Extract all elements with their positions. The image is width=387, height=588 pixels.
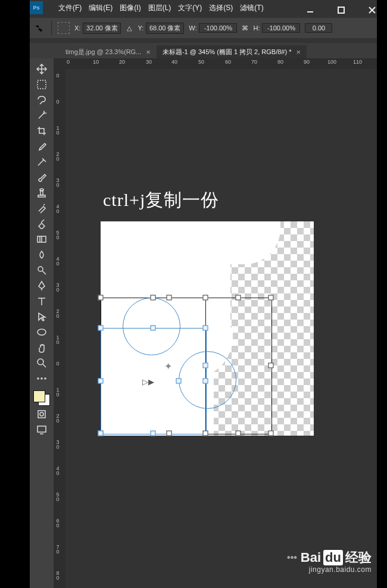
heal-tool[interactable]: [33, 155, 51, 169]
screenmode-tool[interactable]: [33, 423, 51, 437]
zoom-tool[interactable]: [33, 356, 51, 370]
maximize-button[interactable]: [335, 4, 348, 17]
history-brush-tool[interactable]: [33, 201, 51, 215]
move-tool[interactable]: [33, 62, 51, 76]
ruler-tick: 40: [55, 256, 61, 265]
quickmask-tool[interactable]: [33, 407, 51, 421]
lasso-tool[interactable]: [33, 93, 51, 107]
brand-text: 经验: [345, 549, 372, 567]
foreground-color[interactable]: [33, 390, 45, 402]
app-logo: Ps: [30, 1, 43, 14]
tab-close-icon[interactable]: ×: [296, 48, 301, 57]
transform-icon[interactable]: [32, 21, 45, 35]
transform-handle[interactable]: [151, 431, 156, 436]
canvas-area[interactable]: ctrl+j复制一份: [65, 69, 377, 588]
ruler-tick: 0: [55, 99, 61, 104]
ruler-vertical[interactable]: 0010203040504030201001020304050607080901…: [54, 69, 66, 588]
menu-filter[interactable]: 滤镜(T): [240, 3, 263, 13]
shape-tool[interactable]: [33, 325, 51, 339]
minimize-button[interactable]: [304, 4, 317, 17]
dodge-tool[interactable]: [33, 263, 51, 277]
transform-handle[interactable]: [203, 363, 208, 368]
link-wh-icon[interactable]: ⌘: [242, 24, 248, 32]
transform-handle[interactable]: [176, 379, 182, 384]
transform-handle[interactable]: [98, 431, 104, 436]
value-y[interactable]: 68.00 像素: [146, 23, 184, 34]
window-controls: [304, 4, 379, 17]
cursor-icon: ▷▶: [142, 377, 154, 386]
path-select-tool[interactable]: [33, 309, 51, 324]
ruler-tick: 70: [55, 544, 61, 553]
color-swatches[interactable]: [33, 390, 50, 406]
ruler-tick: 50: [55, 492, 61, 501]
ruler-tick: 30: [55, 282, 61, 292]
gradient-tool[interactable]: [33, 232, 51, 246]
document-tabs: timg是.jpg @ 23.3%(RG... × 未标题-1 @ 345% (…: [30, 43, 377, 58]
field-h[interactable]: H: -100.00%: [253, 23, 300, 33]
ruler-horizontal[interactable]: 0 10 20 30 40 50 60 70 80 90 100 110: [54, 58, 377, 70]
menu-bar: Ps 文件(F) 编辑(E) 图像(I) 图层(L) 文字(Y) 选择(S) 滤…: [30, 1, 267, 14]
marquee-tool[interactable]: [33, 77, 51, 92]
brand-text: Bai: [301, 550, 321, 565]
svg-marker-16: [39, 223, 45, 229]
stamp-tool[interactable]: [33, 186, 51, 200]
menu-select[interactable]: 选择(S): [209, 3, 233, 13]
menu-image[interactable]: 图像(I): [120, 3, 141, 13]
field-w[interactable]: W: -100.00%: [189, 23, 237, 33]
tab-document-1[interactable]: timg是.jpg @ 23.3%(RG... ×: [60, 45, 157, 58]
value-angle[interactable]: 0.00: [305, 23, 332, 33]
reference-point-icon[interactable]: [58, 22, 70, 34]
svg-line-7: [39, 114, 43, 118]
ruler-tick: 90: [304, 59, 310, 65]
transform-handle[interactable]: [151, 326, 156, 331]
transform-handle[interactable]: [236, 431, 241, 436]
value-x[interactable]: 32.00 像素: [83, 23, 121, 34]
value-w[interactable]: -100.00%: [199, 23, 237, 33]
field-y[interactable]: Y: 68.00 像素: [138, 23, 184, 34]
close-button[interactable]: [366, 4, 379, 17]
transform-handle[interactable]: [269, 363, 274, 368]
svg-point-21: [38, 267, 43, 271]
delta-icon[interactable]: △: [127, 24, 132, 32]
ruler-tick: 10: [55, 387, 61, 396]
annotation-text: ctrl+j复制一份: [103, 188, 219, 212]
transform-handle[interactable]: [167, 431, 172, 436]
wand-tool[interactable]: [33, 108, 51, 123]
blur-tool[interactable]: [33, 248, 51, 262]
eraser-tool[interactable]: [33, 217, 51, 231]
transform-handle[interactable]: [203, 326, 208, 331]
transform-handle[interactable]: [98, 326, 104, 331]
tab-close-icon[interactable]: ×: [146, 48, 151, 57]
transform-handle[interactable]: [98, 379, 104, 384]
menu-edit[interactable]: 编辑(E): [89, 3, 113, 13]
more-tools[interactable]: [33, 371, 51, 386]
menu-layer[interactable]: 图层(L): [148, 3, 171, 13]
transform-handle[interactable]: [98, 295, 104, 301]
menu-file[interactable]: 文件(F): [58, 3, 82, 13]
value-h[interactable]: -100.00%: [262, 23, 300, 33]
field-angle[interactable]: 0.00: [305, 23, 332, 33]
paw-icon: •••: [287, 552, 297, 563]
eyedropper-tool[interactable]: [33, 139, 51, 154]
ruler-tick: 60: [225, 59, 231, 65]
field-x[interactable]: X: 32.00 像素: [74, 23, 121, 34]
transform-handle[interactable]: [167, 295, 172, 301]
label-h: H:: [253, 24, 260, 32]
type-tool[interactable]: [33, 294, 51, 308]
transform-handle[interactable]: [151, 295, 156, 301]
hand-tool[interactable]: [33, 340, 51, 355]
transform-handle[interactable]: [203, 379, 208, 384]
transform-handle[interactable]: [203, 295, 208, 301]
transform-handle[interactable]: [269, 295, 274, 301]
transform-handle[interactable]: [269, 431, 274, 436]
brush-tool[interactable]: [33, 170, 51, 184]
pen-tool[interactable]: [33, 279, 51, 293]
tab-label: timg是.jpg @ 23.3%(RG...: [65, 48, 141, 57]
tab-document-2[interactable]: 未标题-1 @ 345% (椭圆 1 拷贝 2, RGB/8#) * ×: [157, 45, 307, 58]
menu-type[interactable]: 文字(Y): [178, 3, 202, 13]
transform-handle[interactable]: [203, 431, 208, 436]
svg-point-32: [45, 378, 46, 379]
document-canvas[interactable]: ✦ ▷▶: [101, 221, 314, 436]
crop-tool[interactable]: [33, 124, 51, 138]
transform-handle[interactable]: [236, 295, 241, 301]
